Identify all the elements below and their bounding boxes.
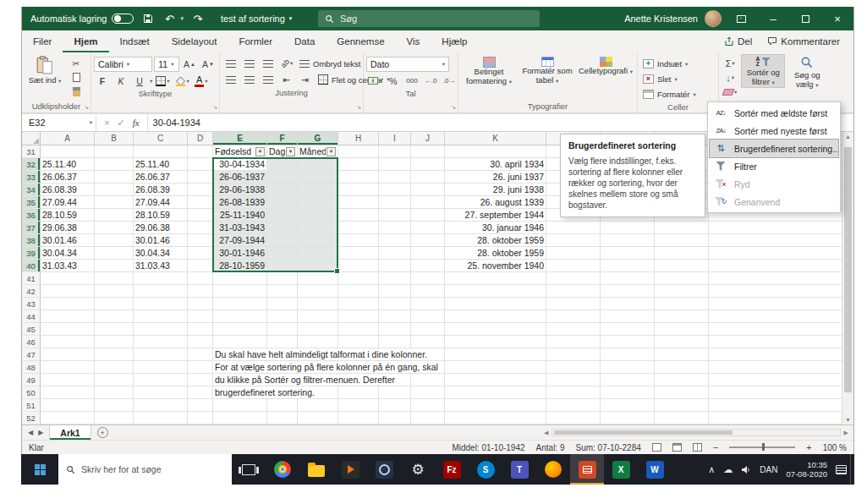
cell[interactable] (411, 145, 445, 158)
tab-hjælp[interactable]: Hjælp (431, 30, 478, 52)
row-number-39[interactable]: 39 (22, 247, 41, 260)
cell[interactable]: 30.04.34 (134, 247, 188, 260)
cell[interactable]: 30.01.46 (41, 234, 95, 247)
clipboard-dialog-launcher[interactable]: ↘ (84, 104, 89, 111)
cell[interactable] (379, 285, 411, 298)
cell[interactable] (445, 145, 546, 158)
cell[interactable] (601, 234, 655, 247)
align-bottom-button[interactable] (260, 58, 277, 70)
alignment-dialog-launcher[interactable]: ↘ (356, 104, 361, 111)
orientation-button[interactable]: ab▾ (278, 58, 295, 70)
fill-button[interactable]: ↓▾ (722, 71, 738, 84)
column-header-E[interactable]: E (213, 132, 267, 145)
cell[interactable] (298, 310, 338, 323)
cell[interactable] (601, 247, 655, 260)
tab-formler[interactable]: Formler (228, 30, 283, 52)
align-middle-button[interactable] (241, 58, 258, 70)
cell[interactable] (188, 361, 213, 374)
cell[interactable]: 26.06.37 (41, 171, 95, 184)
cell[interactable] (134, 336, 188, 348)
word-icon[interactable]: W (638, 454, 672, 485)
cell[interactable] (445, 272, 546, 285)
cell[interactable] (134, 323, 188, 336)
cell[interactable] (188, 336, 213, 348)
cell[interactable]: 31.03.43 (41, 260, 95, 272)
cell[interactable] (655, 310, 709, 323)
menu-item-sort-oldest[interactable]: Sortér med ældste først (710, 104, 838, 122)
autosum-button[interactable]: Σ▾ (722, 57, 738, 69)
cell[interactable]: 27-09-1944 (213, 234, 267, 247)
page-layout-view-button[interactable] (672, 443, 682, 452)
cell[interactable]: Måned▼ (298, 145, 338, 158)
cell[interactable] (267, 222, 298, 234)
cell[interactable] (41, 145, 95, 158)
horizontal-scrollbar[interactable]: ◀ ▶ (541, 425, 853, 440)
cell-filler[interactable] (709, 348, 853, 361)
tab-filer[interactable]: Filer (22, 30, 63, 52)
cell[interactable] (338, 399, 379, 412)
cell[interactable] (95, 158, 134, 171)
excel-icon[interactable]: X (604, 454, 638, 485)
name-box[interactable]: E32▾ (22, 114, 96, 131)
bold-button[interactable]: F (94, 74, 111, 87)
clear-button[interactable]: ▾ (722, 85, 738, 98)
row-number-41[interactable]: 41 (22, 272, 41, 285)
skype-icon[interactable]: S (469, 454, 502, 485)
cell[interactable] (41, 336, 95, 348)
start-button[interactable] (21, 454, 58, 485)
cell[interactable] (188, 171, 213, 184)
zoom-slider[interactable] (729, 446, 795, 448)
cell-filler[interactable] (709, 247, 853, 260)
cell[interactable]: 30-01-1946 (213, 247, 267, 260)
cell[interactable]: 25-11-1940 (213, 209, 267, 222)
cell-filler[interactable] (709, 260, 853, 272)
cell[interactable]: 29-06-1938 (213, 184, 267, 196)
cell[interactable] (188, 298, 213, 310)
taskbar-search[interactable]: Skriv her for at søge (58, 454, 232, 485)
cell[interactable] (601, 386, 655, 399)
filter-dropdown-icon[interactable]: ▼ (286, 147, 295, 156)
row-number-44[interactable]: 44 (22, 310, 41, 323)
cell[interactable] (213, 285, 267, 298)
cell[interactable] (379, 260, 411, 272)
row-number-43[interactable]: 43 (22, 298, 41, 310)
cell[interactable]: 29. juni 1938 (445, 184, 546, 196)
cell[interactable] (95, 348, 134, 361)
cell[interactable] (298, 222, 338, 234)
cell[interactable] (95, 272, 134, 285)
scroll-up-icon[interactable]: ▲ (842, 134, 853, 140)
cell[interactable] (134, 145, 188, 158)
cell[interactable] (338, 222, 379, 234)
cell[interactable] (338, 260, 379, 272)
paste-button[interactable]: Sæt ind ▾ (25, 54, 65, 86)
row-number-49[interactable]: 49 (22, 374, 41, 386)
number-dialog-launcher[interactable]: ↘ (451, 104, 456, 111)
cell[interactable] (134, 348, 188, 361)
align-top-button[interactable] (222, 58, 239, 70)
cell[interactable]: 28.10.59 (134, 209, 188, 222)
cell[interactable] (546, 272, 601, 285)
cell[interactable] (546, 336, 601, 348)
column-header-K[interactable]: K (445, 132, 546, 145)
cell[interactable] (134, 272, 188, 285)
cell[interactable] (188, 323, 213, 336)
cell[interactable] (298, 196, 338, 209)
cell[interactable] (95, 171, 134, 184)
decrease-decimal-button[interactable]: .0→ (441, 74, 458, 87)
settings-icon[interactable]: ⚙ (401, 454, 435, 485)
underline-button[interactable]: U (131, 74, 148, 87)
cell[interactable] (546, 260, 601, 272)
cell[interactable] (445, 412, 546, 425)
cell[interactable] (41, 361, 95, 374)
cell[interactable]: 28. oktober 1959 (445, 247, 546, 260)
cell-filler[interactable] (709, 361, 853, 374)
cell[interactable] (546, 374, 601, 386)
speaker-icon[interactable] (741, 465, 751, 474)
cell[interactable] (411, 272, 445, 285)
cell[interactable] (95, 145, 134, 158)
cell[interactable] (134, 399, 188, 412)
language-indicator[interactable]: DAN (760, 465, 777, 474)
cell[interactable] (338, 386, 379, 399)
cell[interactable] (267, 399, 298, 412)
cell[interactable] (213, 298, 267, 310)
